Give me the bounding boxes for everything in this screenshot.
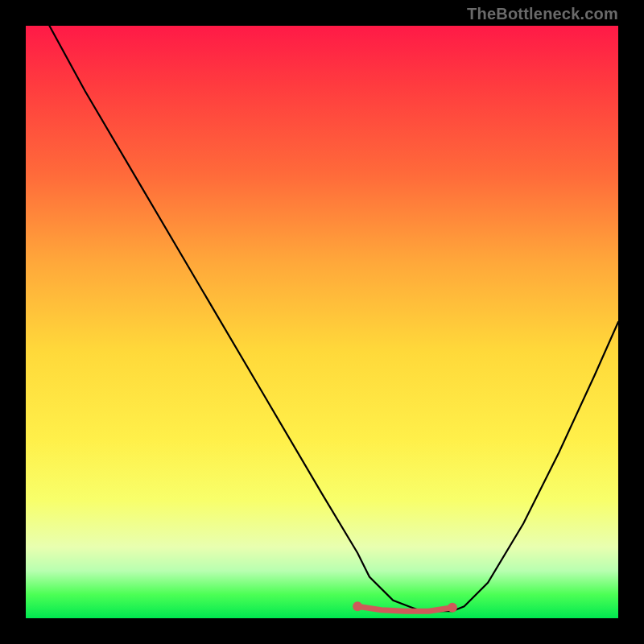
- plot-area: [26, 26, 618, 618]
- chart-frame: TheBottleneck.com: [0, 0, 644, 644]
- watermark-text: TheBottleneck.com: [467, 5, 618, 23]
